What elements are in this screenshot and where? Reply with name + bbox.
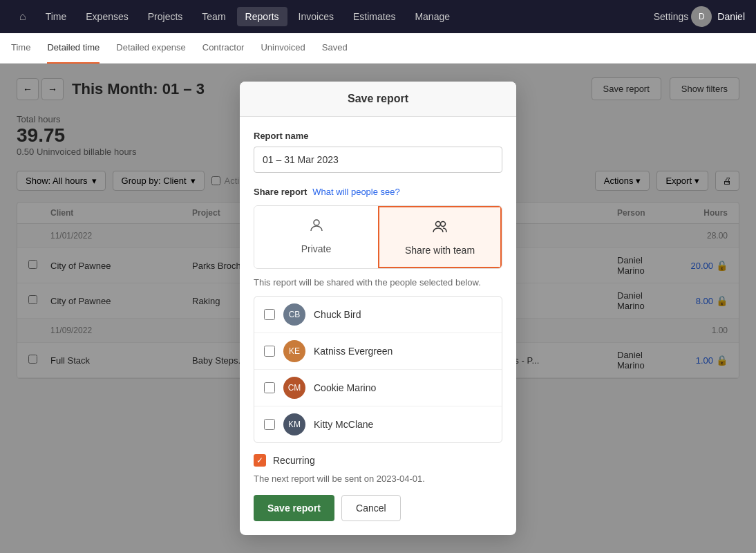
avatar: CM	[283, 377, 305, 399]
person-list: CB Chuck Bird KE Katniss Evergreen CM Co…	[254, 296, 502, 443]
settings-link[interactable]: Settings	[654, 11, 689, 22]
avatar: KE	[283, 340, 305, 362]
nav-item-estimates[interactable]: Estimates	[345, 7, 404, 26]
home-icon[interactable]: ⌂	[11, 6, 35, 27]
user-area[interactable]: D Daniel	[691, 6, 745, 27]
team-icon	[432, 218, 448, 239]
list-item: KM Kitty McClane	[254, 406, 502, 442]
user-name: Daniel	[717, 11, 745, 22]
modal-cancel-button[interactable]: Cancel	[341, 495, 401, 521]
person-checkbox-chuck[interactable]	[264, 309, 275, 320]
what-will-people-see-link[interactable]: What will people see?	[312, 187, 399, 197]
nav-item-invoices[interactable]: Invoices	[290, 7, 342, 26]
private-label: Private	[301, 243, 332, 254]
nav-item-manage[interactable]: Manage	[406, 7, 458, 26]
list-item: CM Cookie Marino	[254, 370, 502, 406]
recurring-note: The next report will be sent on 2023-04-…	[254, 474, 502, 484]
person-checkbox-kitty[interactable]	[264, 419, 275, 430]
recurring-row: ✓ Recurring	[254, 454, 502, 467]
svg-point-2	[440, 222, 445, 227]
person-name: Kitty McClane	[314, 419, 373, 430]
person-icon	[308, 217, 325, 238]
person-checkbox-katniss[interactable]	[264, 346, 275, 357]
sub-tab-time[interactable]: Time	[11, 33, 30, 64]
avatar: CB	[283, 303, 305, 326]
share-report-label: Share report	[254, 187, 307, 197]
modal-save-button[interactable]: Save report	[254, 495, 334, 521]
modal-overlay: Save report Report name Share report Wha…	[0, 64, 756, 553]
private-option[interactable]: Private	[254, 206, 378, 268]
svg-point-1	[435, 222, 440, 227]
list-item: CB Chuck Bird	[254, 297, 502, 333]
report-name-input[interactable]	[254, 147, 502, 173]
sub-tab-contractor[interactable]: Contractor	[202, 33, 245, 64]
sub-tab-detailed-time[interactable]: Detailed time	[47, 33, 100, 64]
nav-item-reports[interactable]: Reports	[237, 7, 287, 26]
main-content: ← → This Month: 01 – 3 Save report Show …	[0, 64, 756, 553]
nav-item-expenses[interactable]: Expenses	[77, 7, 136, 26]
top-nav: ⌂ Time Expenses Projects Team Reports In…	[0, 0, 756, 33]
avatar: KM	[283, 413, 305, 435]
sub-tab-uninvoiced[interactable]: Uninvoiced	[261, 33, 305, 64]
svg-point-0	[314, 220, 319, 225]
nav-item-team[interactable]: Team	[193, 7, 234, 26]
person-name: Cookie Marino	[314, 382, 376, 393]
person-name: Katniss Evergreen	[314, 346, 393, 357]
modal-actions: Save report Cancel	[254, 495, 502, 521]
share-description: This report will be shared with the peop…	[254, 277, 502, 288]
user-avatar: D	[691, 6, 712, 27]
report-name-label: Report name	[254, 131, 502, 141]
modal-title: Save report	[240, 82, 516, 117]
share-with-team-option[interactable]: Share with team	[378, 206, 502, 268]
share-report-row: Share report What will people see?	[254, 187, 502, 197]
list-item: KE Katniss Evergreen	[254, 333, 502, 370]
person-checkbox-cookie[interactable]	[264, 382, 275, 393]
sub-tab-detailed-expense[interactable]: Detailed expense	[116, 33, 185, 64]
sub-tab-saved[interactable]: Saved	[322, 33, 348, 64]
save-report-modal: Save report Report name Share report Wha…	[240, 82, 516, 535]
recurring-checkbox[interactable]: ✓	[254, 454, 266, 467]
share-options: Private Share with team	[254, 205, 502, 269]
share-with-team-label: Share with team	[405, 245, 475, 256]
recurring-label: Recurring	[273, 455, 315, 466]
sub-nav: Time Detailed time Detailed expense Cont…	[0, 33, 756, 64]
nav-item-time[interactable]: Time	[37, 7, 75, 26]
nav-item-projects[interactable]: Projects	[140, 7, 191, 26]
person-name: Chuck Bird	[314, 309, 361, 320]
modal-body: Report name Share report What will peopl…	[240, 117, 516, 535]
